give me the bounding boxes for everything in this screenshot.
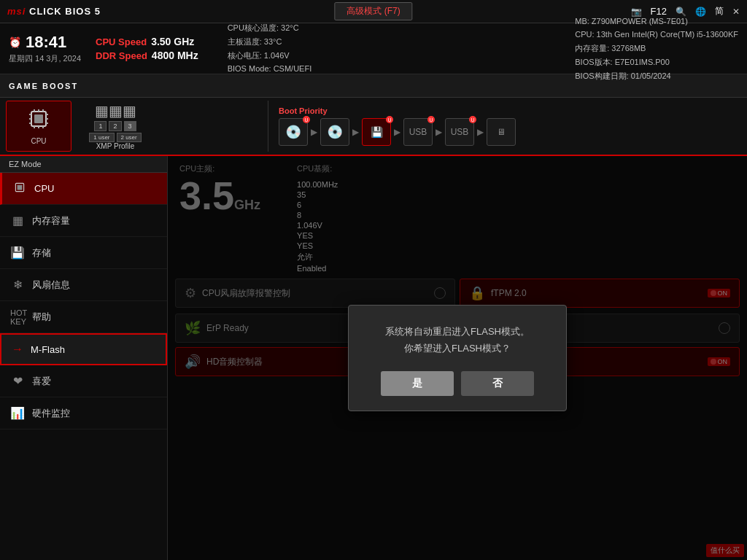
help-sidebar-icon: HOT KEY (10, 308, 25, 326)
boot-arrow-3: ▶ (436, 127, 442, 137)
ddr-speed-value: 4800 MHz (152, 50, 198, 61)
dialog-overlay: 系统将自动重启进入FLASH模式。 你希望进入FLASH模式？ 是 否 (168, 156, 747, 560)
sidebar-item-favorites[interactable]: ❤ 喜爱 (0, 365, 167, 397)
svg-rect-15 (18, 184, 23, 190)
bd1-icon: 💿 (327, 124, 343, 140)
sidebar-help-label: 帮助 (32, 311, 51, 324)
xmp-num-1[interactable]: 1 (94, 121, 107, 131)
sidebar-storage-label: 存储 (32, 246, 51, 260)
sidebar-item-storage[interactable]: 💾 存储 (0, 237, 167, 269)
cpu-speed-value: 3.50 GHz (151, 36, 194, 47)
sidebar-favorites-label: 喜爱 (32, 375, 51, 388)
xmp-sub-2[interactable]: 2 user (117, 133, 142, 142)
clock-icon: ⏰ (9, 36, 21, 48)
dialog-message: 系统将自动重启进入FLASH模式。 你希望进入FLASH模式？ (363, 323, 551, 357)
clock-section: ⏰ 18:41 星期四 14 3月, 2024 (9, 33, 81, 64)
bd2-icon: 💾 (371, 126, 383, 138)
boot-priority-section: Boot Priority 💿 U ▶ 💿 ▶ 💾 U ▶ USB U ▶ US… (271, 106, 741, 146)
ddr-speed-row: DDR Speed 4800 MHz (96, 50, 198, 61)
hw-monitor-sidebar-icon: 📊 (10, 406, 25, 420)
advanced-mode-center: 高级模式 (F7) (334, 2, 412, 20)
boot-device-5[interactable]: 🖥 (487, 118, 516, 146)
time-display: 18:41 (26, 33, 66, 52)
boot-device-4[interactable]: USB U (445, 118, 474, 146)
boot-arrow-0: ▶ (311, 127, 317, 137)
content-area: CPU主频: 3.5GHz CPU基频: 100.00MHz 35 6 8 1.… (168, 156, 747, 560)
boost-item-xmp[interactable]: ▦▦▦ 1 2 3 1 user 2 user XMP Profile (71, 101, 159, 152)
msi-logo: msi msi CLICK BIOS 5CLICK BIOS 5 (7, 6, 101, 17)
info-bar: ⏰ 18:41 星期四 14 3月, 2024 CPU Speed 3.50 G… (0, 23, 747, 74)
ez-mode-label: EZ Mode (0, 156, 167, 173)
boost-item-cpu[interactable]: CPU (6, 101, 71, 152)
bd4-icon: USB (451, 127, 469, 137)
xmp-num-3[interactable]: 3 (124, 121, 136, 131)
boost-cpu-label: CPU (31, 137, 46, 145)
game-boost-label: GAME BOOST (9, 82, 78, 90)
dialog-yes-button[interactable]: 是 (381, 371, 454, 396)
sidebar-cpu-label: CPU (34, 183, 54, 194)
bios-date: BIOS构建日期: 01/05/2024 (575, 69, 738, 83)
cpu-boost-icon (27, 107, 50, 135)
sidebar-item-memory[interactable]: ▦ 内存容量 (0, 205, 167, 237)
logo-area: msi msi CLICK BIOS 5CLICK BIOS 5 (7, 6, 101, 17)
xmp-profile-label: XMP Profile (96, 142, 135, 150)
boot-device-1[interactable]: 💿 (320, 118, 349, 146)
dialog-line1: 系统将自动重启进入FLASH模式。 (363, 323, 551, 340)
boot-arrow-4: ▶ (477, 127, 484, 137)
dialog-line2: 你希望进入FLASH模式？ (363, 340, 551, 357)
sidebar-memory-label: 内存容量 (32, 214, 70, 228)
sys-info-right: MB: Z790MPOWER (MS-7E01) CPU: 13th Gen I… (575, 15, 738, 82)
sidebar-item-cpu[interactable]: CPU (0, 173, 167, 205)
dialog-no-button[interactable]: 否 (461, 371, 534, 396)
sidebar-item-fan[interactable]: ❄ 风扇信息 (0, 269, 167, 301)
cpu-speed-label: CPU Speed (96, 36, 147, 47)
sys-voltage: 核心电压: 1.046V (228, 49, 561, 63)
xmp-icon: ▦▦▦ (95, 102, 136, 120)
bd3-icon: USB (409, 127, 427, 137)
flash-dialog: 系统将自动重启进入FLASH模式。 你希望进入FLASH模式？ 是 否 (348, 305, 567, 412)
mflash-arrow-icon: → (12, 343, 23, 356)
xmp-num-2[interactable]: 2 (109, 121, 121, 131)
bd0-icon: 💿 (285, 124, 301, 140)
boot-device-2[interactable]: 💾 U (362, 118, 391, 146)
mflash-label: M-Flash (31, 344, 65, 355)
advanced-mode-button[interactable]: 高级模式 (F7) (334, 2, 412, 20)
mb-model: MB: Z790MPOWER (MS-7E01) (575, 15, 738, 28)
clock-date: 星期四 14 3月, 2024 (9, 53, 81, 64)
cpu-sidebar-icon (12, 181, 27, 197)
storage-sidebar-icon: 💾 (10, 246, 25, 260)
boot-device-0[interactable]: 💿 U (279, 118, 308, 146)
sys-temp-mb: 主板温度: 33°C (228, 35, 561, 49)
sys-temp-cpu: CPU核心温度: 32°C (228, 21, 561, 35)
sidebar: EZ Mode CPU ▦ 内存容量 💾 存储 ❄ 风扇信息 HOT KEY (0, 156, 168, 560)
sidebar-hw-monitor-label: 硬件监控 (32, 407, 70, 420)
speed-section: CPU Speed 3.50 GHz DDR Speed 4800 MHz (96, 36, 198, 61)
boost-icons-row: CPU ▦▦▦ 1 2 3 1 user 2 user XMP Profile … (0, 98, 747, 156)
clock-time: ⏰ 18:41 (9, 33, 81, 52)
bios-version: BIOS版本: E7E01IMS.P00 (575, 55, 738, 69)
sidebar-item-mflash[interactable]: → M-Flash (0, 333, 167, 365)
svg-rect-1 (34, 114, 43, 123)
cpu-speed-row: CPU Speed 3.50 GHz (96, 36, 198, 47)
xmp-sub-1[interactable]: 1 user (89, 133, 114, 142)
boot-arrow-2: ▶ (394, 127, 400, 137)
cpu-model: CPU: 13th Gen Intel(R) Core(TM) i5-13600… (575, 28, 738, 42)
bd5-icon: 🖥 (497, 127, 506, 137)
boot-devices-row: 💿 U ▶ 💿 ▶ 💾 U ▶ USB U ▶ USB U ▶ (279, 118, 734, 146)
sidebar-item-help[interactable]: HOT KEY 帮助 (0, 301, 167, 333)
ddr-speed-label: DDR Speed (96, 50, 147, 61)
sidebar-fan-label: 风扇信息 (32, 279, 70, 292)
fan-sidebar-icon: ❄ (10, 278, 25, 292)
boot-arrow-1: ▶ (352, 127, 359, 137)
memory-size: 内存容量: 32768MB (575, 42, 738, 55)
bd2-badge: U (386, 116, 393, 123)
boot-priority-label: Boot Priority (279, 106, 734, 115)
sidebar-item-hardware-monitor[interactable]: 📊 硬件监控 (0, 397, 167, 429)
bd0-badge: U (303, 116, 310, 123)
main-area: EZ Mode CPU ▦ 内存容量 💾 存储 ❄ 风扇信息 HOT KEY (0, 156, 747, 560)
bios-mode: BIOS Mode: CSM/UEFI (228, 62, 561, 76)
bd4-badge: U (469, 116, 476, 123)
memory-sidebar-icon: ▦ (10, 214, 25, 228)
boot-device-3[interactable]: USB U (403, 118, 433, 146)
boost-icons-left: CPU ▦▦▦ 1 2 3 1 user 2 user XMP Profile (6, 101, 268, 152)
